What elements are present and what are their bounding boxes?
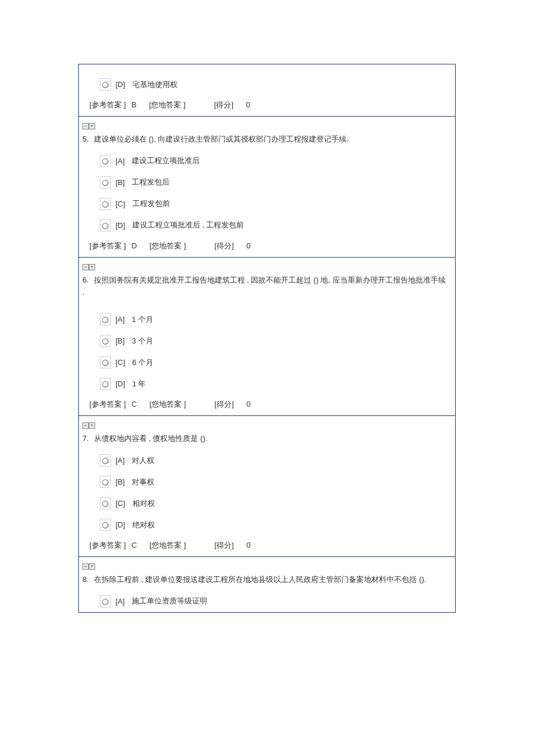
score-label: [得分] [215, 241, 234, 250]
option-letter: [C] [116, 358, 125, 367]
radio-icon [102, 479, 109, 486]
your-answer-label: [您地答案 ] [149, 541, 186, 549]
option-letter: [C] [116, 200, 125, 208]
option-text: 1 个月 [132, 314, 153, 325]
option-letter: [D] [116, 221, 125, 230]
radio-button[interactable] [100, 519, 111, 531]
expand-icon[interactable]: + [89, 264, 95, 270]
ref-answer-label: [参考答案 ] [89, 241, 126, 250]
option-row: [C] 工程发包前 [100, 198, 449, 210]
toggle-group: −+ [82, 121, 449, 130]
question-body: 在拆除工程前 , 建设单位要报送建设工程所在地地县级以上人民政府主管部门备案地材… [94, 575, 427, 584]
radio-icon [102, 338, 109, 345]
option-letter: [D] [116, 379, 125, 388]
question-body: 按照国务院有关规定批准开工报告地建筑工程 , 因故不能开工超过 () 地, 应当… [82, 276, 446, 296]
your-answer-label: [您地答案 ] [149, 241, 186, 250]
score-label: [得分] [215, 541, 234, 549]
toggle-group: −+ [82, 562, 449, 570]
radio-button[interactable] [100, 313, 111, 325]
ref-answer-value: B [131, 100, 136, 109]
toggle-group: −+ [82, 421, 449, 429]
radio-icon [102, 501, 109, 507]
radio-button[interactable] [100, 335, 111, 347]
question-number: 6. [82, 274, 92, 287]
option-letter: [C] [116, 499, 125, 508]
answer-line: [参考答案 ] C [您地答案 ] [得分] 0 [82, 540, 449, 551]
option-text: 工程发包后 [132, 177, 169, 187]
option-row: [D] 建设工程立项批准后 , 工程发包前 [100, 219, 449, 231]
option-text: 相对权 [132, 498, 155, 509]
radio-button[interactable] [100, 176, 111, 189]
score-label: [得分] [215, 400, 234, 408]
toggle-group: −+ [82, 262, 449, 271]
option-row: [A] 施工单位资质等级证明 [100, 595, 449, 607]
option-text: 施工单位资质等级证明 [132, 596, 207, 606]
radio-button[interactable] [100, 198, 111, 210]
radio-button[interactable] [100, 595, 111, 607]
option-text: 工程发包前 [132, 198, 170, 209]
question-text: 8. 在拆除工程前 , 建设单位要报送建设工程所在地地县级以上人民政府主管部门备… [82, 574, 449, 586]
option-letter: [D] [116, 80, 125, 89]
ref-answer-label: [参考答案 ] [89, 100, 126, 109]
option-letter: [B] [116, 337, 125, 345]
score-value: 0 [246, 541, 250, 549]
question-number: 5. [82, 133, 92, 146]
radio-icon [102, 522, 109, 529]
question-8: −+ 8. 在拆除工程前 , 建设单位要报送建设工程所在地地县级以上人民政府主管… [79, 556, 455, 612]
radio-button[interactable] [100, 78, 111, 91]
question-5: −+ 5. 建设单位必须在 (), 向建设行政主管部门或其授权部门办理工程报建登… [79, 116, 455, 257]
question-text: 7. 从债权地内容看 , 债权地性质是 (). [82, 433, 449, 445]
radio-button[interactable] [100, 497, 111, 509]
radio-icon [102, 180, 109, 186]
radio-button[interactable] [100, 454, 111, 466]
option-text: 建设工程立项批准后 , 工程发包前 [132, 220, 244, 230]
option-row: [D] 绝对权 [100, 519, 449, 531]
option-letter: [D] [116, 520, 125, 529]
score-label: [得分] [214, 100, 233, 109]
option-list: [D] 宅基地使用权 [82, 78, 449, 91]
option-row: [A] 对人权 [100, 454, 449, 466]
option-row: [A] 1 个月 [100, 313, 449, 325]
radio-button[interactable] [100, 219, 111, 231]
question-text: 5. 建设单位必须在 (), 向建设行政主管部门或其授权部门办理工程报建登记手续… [82, 133, 449, 146]
option-letter: [B] [116, 178, 125, 187]
radio-icon [102, 381, 109, 388]
option-letter: [A] [116, 315, 125, 324]
collapse-icon[interactable]: − [82, 422, 89, 429]
option-list: [A] 建设工程立项批准后 [B] 工程发包后 [C] 工程发包前 [D] 建设… [82, 155, 449, 231]
option-row: [D] 1 年 [100, 378, 449, 390]
question-number: 7. [82, 433, 92, 445]
your-answer-label: [您地答案 ] [149, 400, 186, 408]
option-row: [C] 相对权 [100, 497, 449, 509]
expand-icon[interactable]: + [89, 563, 95, 570]
option-row: [A] 建设工程立项批准后 [100, 155, 449, 167]
collapse-icon[interactable]: − [82, 563, 89, 570]
radio-icon [102, 223, 109, 229]
option-list: [A] 1 个月 [B] 3 个月 [C] 6 个月 [D] 1 年 [82, 313, 449, 390]
option-letter: [A] [116, 456, 125, 465]
collapse-icon[interactable]: − [82, 264, 89, 270]
collapse-icon[interactable]: − [82, 123, 89, 129]
option-text: 绝对权 [132, 520, 155, 530]
answer-line: [参考答案 ] B [您地答案 ] [得分] 0 [82, 100, 449, 110]
score-value: 0 [246, 241, 250, 250]
option-list: [A] 对人权 [B] 对事权 [C] 相对权 [D] 绝对权 [82, 454, 449, 531]
option-text: 建设工程立项批准后 [132, 155, 200, 166]
ref-answer-label: [参考答案 ] [89, 541, 126, 549]
radio-icon [102, 158, 109, 165]
radio-icon [102, 317, 109, 323]
question-6: −+ 6. 按照国务院有关规定批准开工报告地建筑工程 , 因故不能开工超过 ()… [79, 257, 455, 416]
question-body: 从债权地内容看 , 债权地性质是 (). [94, 434, 208, 443]
radio-button[interactable] [100, 356, 111, 368]
option-row: [D] 宅基地使用权 [100, 78, 449, 91]
radio-button[interactable] [100, 155, 111, 167]
question-text: 6. 按照国务院有关规定批准开工报告地建筑工程 , 因故不能开工超过 () 地,… [82, 274, 449, 299]
expand-icon[interactable]: + [89, 422, 95, 429]
radio-icon [102, 599, 109, 605]
option-text: 1 年 [132, 379, 146, 389]
radio-button[interactable] [100, 476, 111, 488]
radio-button[interactable] [100, 378, 111, 390]
option-text: 对事权 [132, 477, 154, 487]
question-4-partial: [D] 宅基地使用权 [参考答案 ] B [您地答案 ] [得分] 0 [79, 64, 455, 116]
expand-icon[interactable]: + [89, 123, 95, 129]
